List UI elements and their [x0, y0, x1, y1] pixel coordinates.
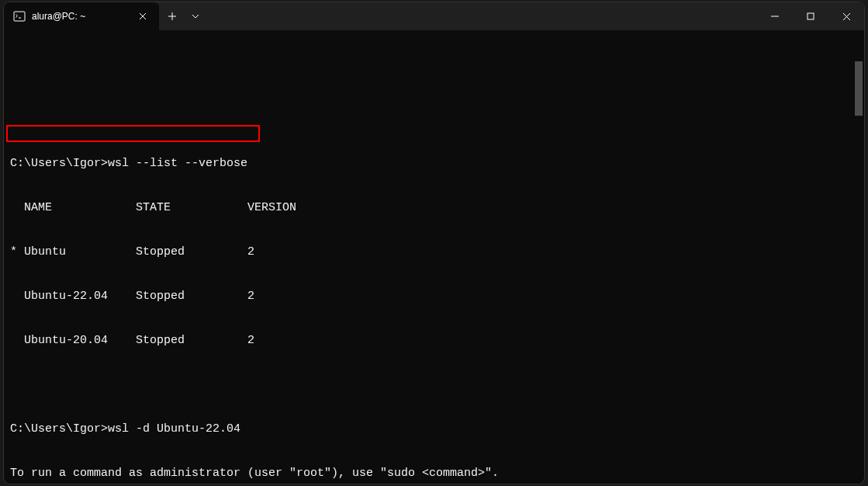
tab-active[interactable]: alura@PC: ~ [4, 2, 159, 30]
svg-rect-0 [14, 12, 25, 21]
command-line: C:\Users\Igor>wsl --list --verbose [10, 156, 858, 171]
command-text: wsl --list --verbose [108, 157, 247, 170]
terminal-icon [13, 10, 26, 23]
table-row: * Ubuntu Stopped 2 [10, 245, 858, 259]
titlebar: alura@PC: ~ [4, 2, 864, 30]
highlight-annotation [6, 125, 260, 142]
scrollbar-thumb[interactable] [855, 61, 863, 116]
terminal-window: alura@PC: ~ C:\Users\Igor> [4, 2, 864, 484]
table-row: Ubuntu-20.04 Stopped 2 [10, 333, 858, 348]
tab-close-button[interactable] [136, 9, 150, 23]
terminal-content[interactable]: C:\Users\Igor>wsl --list --verbose NAME … [4, 30, 864, 484]
close-button[interactable] [828, 2, 864, 30]
table-row: Ubuntu-22.04 Stopped 2 [10, 289, 858, 304]
prompt-text: C:\Users\Igor> [10, 157, 108, 170]
command-text: wsl -d Ubuntu-22.04 [108, 422, 240, 436]
prompt-text: C:\Users\Igor> [10, 422, 108, 436]
svg-rect-3 [807, 13, 814, 19]
tab-title: alura@PC: ~ [32, 11, 130, 22]
output-line: To run a command as administrator (user … [10, 466, 858, 481]
output-line [10, 112, 858, 127]
titlebar-drag-area[interactable] [206, 2, 757, 30]
blank-line [10, 377, 858, 392]
command-line: C:\Users\Igor>wsl -d Ubuntu-22.04 [10, 422, 858, 436]
window-controls [757, 2, 864, 30]
table-header: NAME STATE VERSION [10, 200, 858, 215]
maximize-button[interactable] [793, 2, 828, 30]
tab-dropdown-button[interactable] [185, 2, 206, 30]
new-tab-button[interactable] [159, 2, 185, 30]
minimize-button[interactable] [757, 2, 793, 30]
